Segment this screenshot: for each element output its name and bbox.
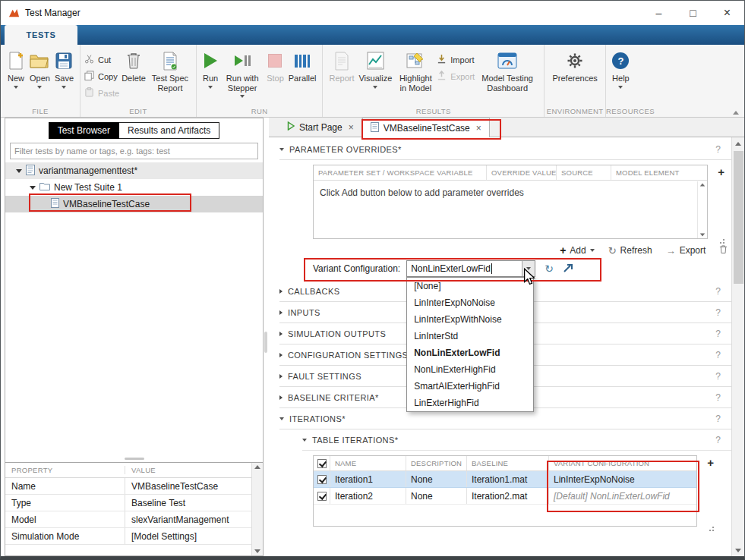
test-file-icon bbox=[26, 165, 35, 178]
scroll-down-icon[interactable] bbox=[735, 549, 741, 552]
delete-button[interactable]: Delete bbox=[119, 49, 148, 85]
dropdown-option[interactable]: SmartAIExterHighFid bbox=[407, 378, 533, 395]
scrollbar-thumb[interactable] bbox=[734, 151, 743, 284]
section-parameter-overrides[interactable]: PARAMETER OVERRIDES* ? bbox=[279, 139, 731, 160]
main-scrollbar[interactable] bbox=[731, 137, 744, 556]
export-button[interactable]: Export bbox=[437, 71, 475, 82]
maximize-button[interactable]: □ bbox=[676, 1, 710, 25]
group-label-run: RUN bbox=[197, 107, 323, 115]
open-variant-manager-icon[interactable] bbox=[563, 263, 574, 275]
visualize-button[interactable]: Visualize bbox=[356, 49, 394, 90]
tab-start-page[interactable]: Start Page × bbox=[279, 118, 362, 137]
table-row[interactable]: Iteration1 None Iteration1.mat LinInterE… bbox=[314, 471, 696, 488]
save-button[interactable]: Save bbox=[52, 49, 76, 90]
close-button[interactable]: × bbox=[710, 1, 744, 25]
section-help-icon[interactable]: ? bbox=[715, 307, 721, 318]
close-tab-icon[interactable]: × bbox=[476, 123, 481, 134]
scroll-up-icon[interactable] bbox=[254, 465, 260, 469]
dropdown-option[interactable]: LinInterStd bbox=[407, 328, 533, 344]
section-help-icon[interactable]: ? bbox=[715, 329, 721, 339]
table-scrollbar[interactable] bbox=[697, 181, 707, 238]
scroll-down-icon[interactable] bbox=[254, 549, 260, 553]
dropdown-option[interactable]: LinInterExpWithNoise bbox=[407, 311, 533, 328]
dropdown-option[interactable]: LinExterHighFid bbox=[407, 395, 533, 411]
add-row-button[interactable]: + bbox=[718, 165, 724, 178]
tab-vmbaselinetestcase[interactable]: VMBaselineTestCase × bbox=[362, 118, 490, 137]
stop-button[interactable]: Stop bbox=[264, 49, 286, 85]
section-table-iterations[interactable]: TABLE ITERATIONS* ? bbox=[302, 429, 731, 451]
preferences-button[interactable]: Preferences bbox=[548, 49, 601, 85]
export-label: Export bbox=[450, 72, 475, 81]
minimize-button[interactable]: – bbox=[642, 1, 676, 25]
tab-test-browser[interactable]: Test Browser bbox=[49, 122, 119, 139]
section-help-icon[interactable]: ? bbox=[715, 435, 721, 445]
new-button[interactable]: New bbox=[5, 49, 27, 90]
add-iteration-button[interactable]: + bbox=[707, 456, 714, 469]
export-button[interactable]: → Export bbox=[666, 245, 706, 256]
section-help-icon[interactable]: ? bbox=[715, 144, 721, 155]
refresh-icon: ↻ bbox=[608, 245, 617, 256]
property-scrollbar[interactable] bbox=[251, 463, 263, 555]
scroll-up-icon[interactable] bbox=[735, 142, 741, 146]
scroll-down-icon[interactable] bbox=[700, 234, 705, 237]
refresh-variant-icon[interactable]: ↻ bbox=[545, 263, 554, 275]
highlight-in-model-button[interactable]: Highlight in Model bbox=[394, 49, 437, 94]
refresh-button[interactable]: ↻ Refresh bbox=[608, 245, 652, 256]
cut-button[interactable]: Cut bbox=[84, 54, 119, 65]
help-label: Help bbox=[612, 74, 630, 83]
resize-grip[interactable] bbox=[706, 524, 714, 531]
tab-label: VMBaselineTestCase bbox=[384, 123, 470, 134]
dropdown-option[interactable]: LinInterExpNoNoise bbox=[407, 294, 533, 311]
dropdown-option-selected[interactable]: NonLinExterLowFid bbox=[407, 344, 533, 361]
ribbon-group-results: Report Visualize Highlight in Model bbox=[323, 45, 545, 117]
test-spec-report-button[interactable]: Test Spec Report bbox=[148, 49, 192, 94]
open-button[interactable]: Open bbox=[27, 49, 52, 90]
property-row[interactable]: Simulation Mode [Model Settings] bbox=[5, 528, 251, 545]
report-button[interactable]: Report bbox=[327, 49, 356, 85]
scroll-up-icon[interactable] bbox=[700, 184, 705, 187]
run-button[interactable]: Run bbox=[200, 49, 220, 90]
copy-button[interactable]: Copy bbox=[84, 71, 119, 82]
property-row[interactable]: Model slexVariantManagement bbox=[5, 511, 251, 528]
section-help-icon[interactable]: ? bbox=[715, 392, 721, 403]
dropdown-option[interactable]: NonLinExterHighFid bbox=[407, 361, 533, 378]
row-checkbox[interactable] bbox=[317, 475, 327, 484]
tree-item-test-file[interactable]: variantmanagementtest* bbox=[5, 162, 263, 179]
run-with-stepper-label: Run with Stepper bbox=[223, 74, 262, 93]
chevron-down-icon bbox=[37, 86, 42, 89]
resize-grip[interactable] bbox=[717, 236, 724, 244]
table-row[interactable]: Iteration2 None Iteration2.mat [Default]… bbox=[314, 488, 696, 505]
paste-button[interactable]: Paste bbox=[84, 87, 119, 99]
section-help-icon[interactable]: ? bbox=[715, 350, 721, 360]
tree-item-test-case[interactable]: VMBaselineTestCase bbox=[5, 196, 263, 212]
vertical-splitter[interactable] bbox=[264, 118, 269, 556]
import-button[interactable]: Import bbox=[437, 54, 475, 65]
horizontal-splitter[interactable] bbox=[5, 455, 263, 462]
property-row[interactable]: Type Baseline Test bbox=[5, 495, 251, 511]
tab-results-and-artifacts[interactable]: Results and Artifacts bbox=[119, 122, 219, 139]
window-title: Test Manager bbox=[25, 8, 80, 18]
section-help-icon[interactable]: ? bbox=[715, 414, 721, 424]
combobox-dropdown-button[interactable] bbox=[522, 261, 535, 276]
dropdown-option[interactable]: [None] bbox=[407, 278, 533, 294]
help-button[interactable]: ? Help bbox=[610, 49, 632, 90]
open-label: Open bbox=[30, 74, 50, 83]
row-checkbox[interactable] bbox=[317, 492, 327, 501]
variant-configuration-combobox[interactable]: NonLinExterLowFid bbox=[406, 260, 535, 277]
select-all-checkbox[interactable] bbox=[317, 459, 327, 468]
section-help-icon[interactable]: ? bbox=[715, 371, 721, 382]
collapse-ribbon-icon[interactable] bbox=[733, 111, 739, 115]
section-help-icon[interactable]: ? bbox=[715, 286, 721, 297]
tab-tests[interactable]: TESTS bbox=[5, 25, 77, 45]
add-button[interactable]: + Add bbox=[560, 244, 595, 256]
model-testing-dashboard-button[interactable]: Model Testing Dashboard bbox=[475, 49, 540, 94]
delete-button[interactable]: Delete bbox=[719, 244, 731, 256]
variant-configuration-dropdown: [None] LinInterExpNoNoise LinInterExpWit… bbox=[406, 277, 534, 412]
tree-item-test-suite[interactable]: New Test Suite 1 bbox=[5, 179, 263, 196]
parallel-button[interactable]: Parallel bbox=[286, 49, 319, 85]
run-with-stepper-button[interactable]: Run with Stepper bbox=[220, 49, 264, 99]
property-row[interactable]: Name VMBaselineTestCase bbox=[5, 478, 251, 495]
group-label-results: RESULTS bbox=[323, 107, 544, 115]
filter-tests-input[interactable] bbox=[10, 143, 258, 159]
close-tab-icon[interactable]: × bbox=[349, 122, 354, 133]
